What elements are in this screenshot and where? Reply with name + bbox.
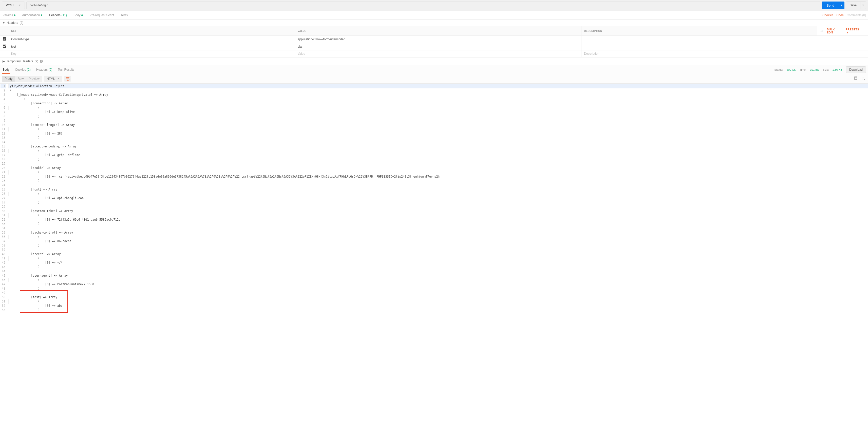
presets-dropdown[interactable]: Presets ▼: [846, 28, 863, 34]
status-dot-icon: [81, 14, 83, 16]
copy-icon-svg: [854, 76, 857, 80]
resp-tab-headers[interactable]: Headers (9): [36, 66, 53, 73]
request-tabs-row: Params Authorization Headers (11) Body P…: [0, 11, 868, 20]
tab-headers-label: Headers: [49, 13, 60, 17]
resp-tab-tests-label: Test Results: [58, 68, 74, 71]
chevron-right-icon: ▶: [3, 60, 5, 63]
temp-headers-count: (9): [34, 60, 38, 63]
table-new-row: Key Value Description: [0, 51, 868, 57]
headers-table: KEY VALUE DESCRIPTION ••• Bulk Edit Pres…: [0, 26, 868, 57]
resp-tab-headers-count: (9): [49, 68, 52, 71]
desc-column-header: DESCRIPTION: [582, 26, 817, 36]
response-code-area[interactable]: 1234567891011121314151617181920212223242…: [0, 84, 868, 313]
response-tabs-row: Body Cookies (2) Headers (9) Test Result…: [0, 65, 868, 74]
resp-tab-cookies-count: (2): [27, 68, 31, 71]
new-value-input[interactable]: Value: [295, 51, 581, 57]
comments-link[interactable]: Comments (0): [847, 13, 866, 17]
url-input[interactable]: n/v1/site/login: [26, 2, 820, 9]
headers-section-title: Headers: [7, 21, 18, 25]
save-dropdown-button[interactable]: ▼: [860, 2, 866, 9]
time-value: 101 ms: [810, 68, 819, 71]
tab-tests[interactable]: Tests: [120, 11, 128, 19]
row-checkbox-empty: [0, 51, 9, 57]
tab-prerequest-label: Pre-request Script: [89, 13, 114, 17]
body-toolbar: Pretty Raw Preview HTML ▼: [0, 74, 868, 84]
chevron-down-icon: ▼: [846, 32, 848, 34]
tab-body[interactable]: Body: [73, 11, 83, 19]
send-button[interactable]: Send: [822, 2, 839, 9]
chevron-down-icon: ▼: [19, 4, 21, 7]
tab-body-label: Body: [73, 13, 80, 17]
line-number-gutter: 1234567891011121314151617181920212223242…: [0, 84, 8, 313]
header-desc-cell[interactable]: [582, 43, 868, 51]
code-lines[interactable]: yii\web\HeaderCollection Object( [_heade…: [8, 84, 868, 313]
response-meta: Status: 200 OK Time: 101 ms Size: 1.86 K…: [774, 66, 866, 73]
resp-tab-body[interactable]: Body: [2, 66, 10, 73]
send-dropdown-button[interactable]: ▼: [839, 2, 844, 9]
new-key-input[interactable]: Key: [9, 51, 295, 57]
row-checkbox[interactable]: [3, 44, 6, 48]
status-value: 200 OK: [787, 68, 796, 71]
bulk-edit-link[interactable]: Bulk Edit: [827, 28, 842, 34]
more-icon[interactable]: •••: [820, 30, 824, 32]
wrap-icon: [66, 77, 70, 81]
table-row: Content-Type application/x-www-form-urle…: [0, 36, 868, 43]
view-pretty-button[interactable]: Pretty: [2, 76, 15, 82]
size-value: 1.86 KB: [832, 68, 842, 71]
tab-params-label: Params: [3, 13, 13, 17]
status-label: Status:: [774, 68, 783, 71]
view-mode-group: Pretty Raw Preview: [2, 76, 42, 82]
chevron-down-icon: ▼: [58, 77, 60, 80]
status-dot-icon: [41, 14, 42, 16]
tab-authorization[interactable]: Authorization: [22, 11, 43, 19]
svg-point-3: [862, 77, 864, 79]
tab-tests-label: Tests: [121, 13, 128, 17]
time-label: Time:: [800, 68, 806, 71]
status-dot-icon: [14, 14, 16, 16]
response-tabs: Body Cookies (2) Headers (9) Test Result…: [2, 66, 75, 73]
tab-headers-count: (11): [62, 13, 67, 17]
resp-tab-headers-label: Headers: [36, 68, 48, 71]
save-button[interactable]: Save: [846, 2, 860, 9]
tab-prerequest[interactable]: Pre-request Script: [89, 11, 115, 19]
search-icon[interactable]: [860, 75, 866, 82]
url-value: n/v1/site/login: [30, 4, 48, 7]
row-checkbox[interactable]: [3, 37, 6, 40]
header-key-cell[interactable]: test: [9, 43, 295, 51]
resp-tab-cookies-label: Cookies: [15, 68, 26, 71]
view-raw-button[interactable]: Raw: [15, 76, 26, 82]
view-preview-button[interactable]: Preview: [26, 76, 42, 82]
request-bar: POST ▼ n/v1/site/login Send ▼ Save ▼: [0, 0, 868, 11]
request-tabs: Params Authorization Headers (11) Body P…: [2, 11, 128, 19]
save-button-group: Save ▼: [846, 2, 866, 9]
copy-icon[interactable]: [853, 75, 858, 82]
cookies-link[interactable]: Cookies: [823, 13, 833, 17]
header-desc-cell[interactable]: [582, 36, 868, 43]
header-value-cell[interactable]: abc: [295, 43, 581, 51]
wrap-lines-button[interactable]: [64, 76, 71, 82]
header-key-cell[interactable]: Content-Type: [9, 36, 295, 43]
search-icon-svg: [861, 76, 865, 80]
tab-headers[interactable]: Headers (11): [49, 11, 67, 19]
new-desc-input[interactable]: Description: [582, 51, 868, 57]
download-button[interactable]: Download: [846, 66, 866, 73]
code-link[interactable]: Code: [836, 13, 844, 17]
presets-label: Presets: [846, 28, 859, 31]
info-icon[interactable]: i: [40, 60, 43, 63]
method-select[interactable]: POST ▼: [2, 2, 25, 9]
resp-tab-cookies[interactable]: Cookies (2): [14, 66, 31, 73]
header-value-cell[interactable]: application/x-www-form-urlencoded: [295, 36, 581, 43]
language-value: HTML: [46, 77, 55, 81]
headers-section-count: (2): [20, 21, 23, 25]
svg-rect-2: [855, 77, 857, 80]
headers-section-toggle[interactable]: ▼ Headers (2): [0, 20, 868, 26]
temporary-headers-toggle[interactable]: ▶ Temporary Headers (9) i: [0, 57, 868, 65]
resp-tab-tests[interactable]: Test Results: [57, 66, 75, 73]
tab-params[interactable]: Params: [2, 11, 16, 19]
language-select[interactable]: HTML ▼: [44, 76, 62, 82]
table-row: test abc: [0, 43, 868, 51]
send-button-group: Send ▼: [822, 2, 844, 9]
value-column-header: VALUE: [295, 26, 581, 36]
table-header-row: KEY VALUE DESCRIPTION ••• Bulk Edit Pres…: [0, 26, 868, 36]
header-table-actions: ••• Bulk Edit Presets ▼: [820, 28, 865, 34]
